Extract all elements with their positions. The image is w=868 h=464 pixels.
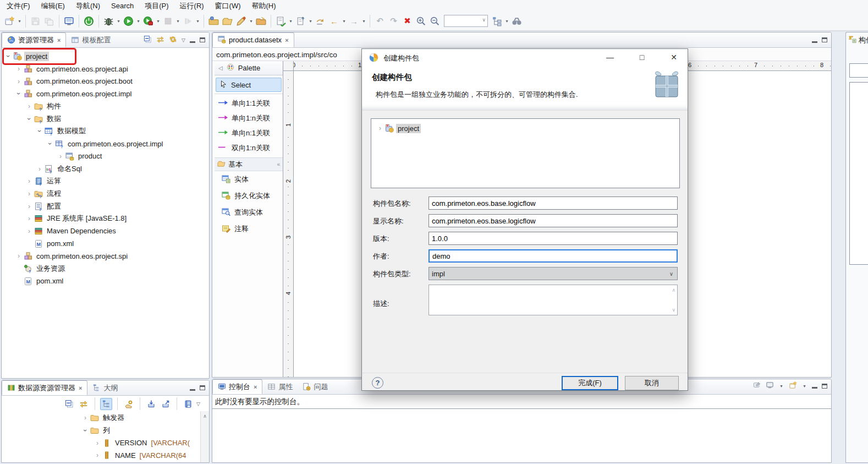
tree-row[interactable]: ›com.primeton.eos.project.impl (2, 88, 209, 100)
tree-row[interactable]: ›?构件 (2, 100, 209, 113)
back-dropdown-icon[interactable]: ▾ (341, 19, 347, 24)
import-icon[interactable] (145, 398, 157, 410)
tab-properties[interactable]: 属性 (262, 379, 298, 394)
menu-item-0[interactable]: 文件(F) (1, 0, 36, 12)
tree-row[interactable]: Mpom.xml (2, 237, 209, 250)
console-monitor-icon[interactable] (62, 14, 76, 28)
stop-dropdown-icon[interactable]: ▾ (175, 19, 181, 24)
tree-row[interactable]: ›VERSION[VARCHAR( (2, 436, 200, 449)
minimize-editor-icon[interactable] (812, 41, 817, 43)
run-icon[interactable] (122, 14, 135, 28)
stop-icon[interactable] (161, 14, 175, 28)
dialog-maximize-icon[interactable]: □ (634, 53, 650, 62)
tab-problems[interactable]: 问题 (298, 379, 333, 394)
finish-button[interactable]: 完成(F) (562, 376, 618, 390)
scrollbar[interactable]: ∧ (200, 411, 209, 462)
maximize-console-icon[interactable] (822, 384, 827, 389)
palette-tool-relation-3[interactable]: 双向1:n关联 (215, 140, 283, 155)
tree-row[interactable]: ›com.primeton.eos.project.spi (2, 250, 209, 263)
last-edit-icon[interactable] (314, 14, 327, 28)
tree-arrow[interactable]: › (36, 127, 43, 135)
back-icon[interactable]: ← (327, 14, 341, 28)
tree-row[interactable]: ›?流程 (2, 188, 209, 200)
tree-row[interactable]: ›JRE 系统库 [JavaSE-1.8] (2, 212, 209, 225)
component-panel-list[interactable] (849, 82, 868, 265)
tree-arrow[interactable]: › (25, 114, 33, 123)
checkin-dropdown-icon[interactable]: ▾ (288, 19, 294, 24)
maximize-editor-icon[interactable] (822, 37, 827, 42)
maximize-panel-icon[interactable] (200, 37, 205, 42)
next-annotation-dropdown-icon[interactable]: ▾ (307, 19, 314, 24)
server-start-icon[interactable] (82, 14, 96, 28)
brush-dropdown-icon[interactable]: ▾ (248, 19, 254, 24)
run-tool-dropdown-icon[interactable]: ▾ (155, 19, 161, 24)
tree-arrow[interactable]: › (93, 439, 102, 447)
new-console-dropdown-icon[interactable]: ▾ (801, 384, 807, 389)
palette-tool-relation-0[interactable]: 单向1:1关联 (215, 96, 283, 111)
help-button[interactable]: ? (372, 377, 383, 389)
zoom-in-icon[interactable] (414, 14, 428, 28)
save-icon[interactable] (29, 14, 42, 28)
tab-close-icon[interactable]: × (79, 385, 82, 391)
tree-row[interactable]: ›触发器 (2, 412, 200, 424)
dialog-minimize-icon[interactable]: — (602, 53, 618, 62)
tree-arrow[interactable]: › (25, 102, 34, 110)
display-dropdown-icon[interactable]: ▾ (778, 384, 784, 389)
menu-item-5[interactable]: 运行(R) (174, 0, 210, 12)
tree-row[interactable]: ›列 (2, 424, 200, 437)
export-icon[interactable] (160, 398, 172, 410)
run-tool-icon[interactable] (141, 14, 155, 28)
new-wizard-icon[interactable] (3, 14, 17, 28)
tree-row[interactable]: ›Maven Dependencies (2, 225, 209, 238)
zoom-level-combo[interactable]: ∨ (444, 15, 488, 27)
tree-arrow[interactable]: › (25, 177, 34, 185)
tree-row[interactable]: ›?com.primeton.eos.project.impl (2, 138, 209, 150)
zoom-out-icon[interactable] (428, 14, 442, 28)
palette-tool-note[interactable]: 注释 (215, 221, 283, 237)
tab-template-config[interactable]: 模板配置 (66, 32, 116, 47)
minimize-panel-icon[interactable] (190, 41, 195, 43)
menu-item-3[interactable]: Search (106, 1, 139, 11)
tree-arrow[interactable]: › (56, 152, 65, 160)
tree-arrow[interactable]: › (81, 426, 89, 435)
palette-group-basic[interactable]: 基本 « (215, 157, 283, 171)
tree-row[interactable]: ›?配置 (2, 200, 209, 212)
binoculars-search-icon[interactable] (510, 14, 524, 28)
tree-arrow[interactable]: › (25, 190, 34, 198)
cancel-button[interactable]: 取消 (625, 376, 679, 390)
author-input[interactable] (428, 249, 678, 263)
palette-tool-relation-2[interactable]: 单向n:1关联 (215, 125, 283, 140)
tree-arrow[interactable]: › (14, 65, 23, 73)
next-annotation-icon[interactable] (294, 14, 307, 28)
view-menu-icon[interactable]: ▽ (182, 37, 185, 43)
tree-row[interactable]: ›com.primeton.eos.project.boot (2, 75, 209, 88)
save-model-icon[interactable] (182, 398, 194, 410)
menu-item-7[interactable]: 帮助(H) (246, 0, 282, 12)
palette-tool-query[interactable]: 查询实体 (215, 204, 283, 221)
tree-row[interactable]: ›com.primeton.eos.project.api (2, 63, 209, 75)
scroll-down-icon[interactable]: ∨ (672, 307, 675, 313)
link-with-editor-icon[interactable] (156, 35, 164, 45)
redo-icon[interactable]: ↷ (387, 14, 400, 28)
tab-close-icon[interactable]: × (57, 37, 61, 43)
resume-icon[interactable] (181, 14, 195, 28)
tree-arrow[interactable]: › (25, 203, 34, 210)
tree-arrow[interactable]: › (35, 165, 44, 173)
palette-tool-relation-1[interactable]: 单向1:n关联 (215, 111, 283, 125)
resume-dropdown-icon[interactable]: ▾ (195, 19, 201, 24)
new-console-icon[interactable] (789, 381, 797, 391)
tab-datasource-explorer[interactable]: 数据源资源管理器× (2, 380, 87, 395)
tree-row[interactable]: ›?数据 (2, 112, 209, 125)
palette-select-tool[interactable]: Select (216, 78, 282, 92)
tab-console[interactable]: 控制台× (212, 379, 262, 394)
menu-item-1[interactable]: 编辑(E) (36, 0, 70, 12)
tab-explorer[interactable]: 资源管理器× (2, 32, 66, 47)
tab-close-icon[interactable]: × (285, 37, 288, 43)
tree-arrow[interactable]: › (46, 139, 54, 148)
tree-arrow[interactable]: › (14, 252, 23, 260)
search-folder-icon[interactable] (254, 14, 268, 28)
diagram-dropdown-icon[interactable]: ▾ (504, 19, 510, 24)
tree-row[interactable]: ›?数据模型 (2, 125, 209, 138)
menu-item-4[interactable]: 项目(P) (139, 0, 174, 12)
version-input[interactable] (428, 232, 678, 245)
